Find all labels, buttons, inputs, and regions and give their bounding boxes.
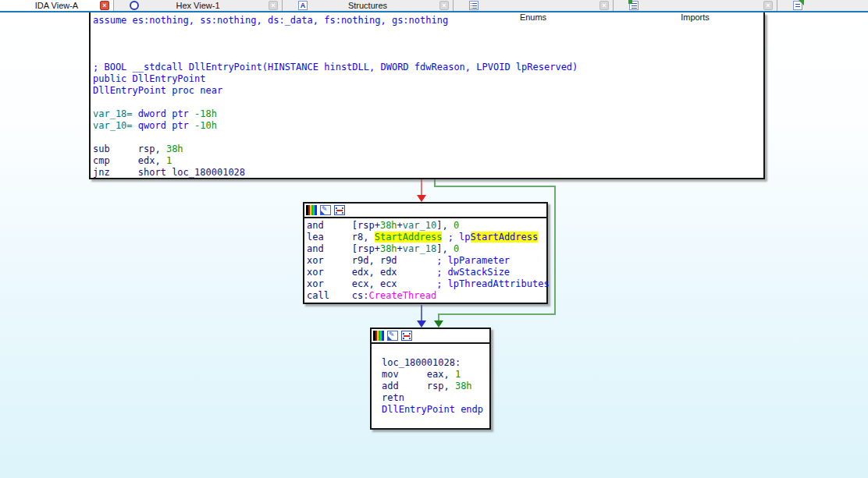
edge-blue-arrowhead: [417, 320, 426, 328]
tab-ida-view-a[interactable]: IDA View-A×: [0, 0, 114, 11]
edge-red-arrowhead: [417, 195, 426, 202]
tab-hex-view-1[interactable]: Hex View-1×: [114, 0, 283, 11]
close-icon[interactable]: ×: [100, 1, 109, 10]
code-line: retn: [382, 392, 489, 404]
code-line: [93, 38, 763, 50]
highlighted-identifier: StartAddress: [375, 232, 443, 243]
edge-green-line: [438, 313, 556, 315]
edge-blue-line: [421, 305, 422, 321]
code-line: xor r9d, r9d ; lpParameter: [307, 255, 546, 267]
code-line: xor edx, edx ; dwStackSize: [307, 267, 546, 278]
node-body: and [rsp+38h+var_10], 0lea r8, StartAddr…: [304, 218, 546, 302]
group-icon[interactable]: [334, 205, 345, 215]
code-line: and [rsp+38h+var_18], 0: [307, 243, 546, 255]
tab-label: Imports: [614, 12, 777, 23]
exports-icon: [793, 1, 802, 10]
code-line: [93, 97, 763, 108]
code-line: [93, 27, 763, 38]
code-line: jnz short loc_180001028: [93, 167, 763, 179]
code-line: and [rsp+38h+var_10], 0: [307, 220, 546, 232]
code-line: sub rsp, 38h: [93, 143, 763, 155]
code-line: var_18= dword ptr -18h: [93, 108, 763, 120]
tab-bar: IDA View-A×Hex View-1×Structures×Enums×I…: [0, 0, 868, 12]
code-line: [93, 50, 763, 62]
graph-node-return[interactable]: loc_180001028:mov eax, 1add rsp, 38hretn…: [370, 328, 491, 430]
structures-icon: [298, 1, 308, 10]
code-line: ; BOOL __stdcall DllEntryPoint(HINSTANCE…: [93, 62, 763, 73]
tab-label: Enums: [454, 12, 613, 23]
edge-green-line: [434, 186, 556, 187]
tab-structures[interactable]: Structures×: [283, 0, 454, 11]
code-line: var_10= qword ptr -10h: [93, 120, 763, 132]
tab-label: Structures: [283, 0, 453, 11]
tab-exports[interactable]: [777, 0, 868, 11]
code-line: DllEntryPoint proc near: [93, 85, 763, 97]
tab-label: Hex View-1: [114, 0, 282, 11]
hex-view-icon: [130, 1, 139, 10]
graph-node-entry[interactable]: assume es:nothing, ss:nothing, ds:_data,…: [89, 12, 765, 179]
graph-node-createthread[interactable]: and [rsp+38h+var_10], 0lea r8, StartAddr…: [303, 202, 548, 304]
palette-icon[interactable]: [373, 331, 384, 341]
edit-icon[interactable]: [387, 331, 398, 341]
code-line: DllEntryPoint endp: [382, 404, 489, 416]
enums-icon: [469, 1, 478, 10]
tab-label: IDA View-A: [0, 0, 113, 11]
edge-green-arrowhead: [434, 320, 443, 328]
node-title-bar: [372, 329, 489, 344]
code-line: [93, 132, 763, 143]
graph-canvas[interactable]: assume es:nothing, ss:nothing, ds:_data,…: [0, 12, 868, 478]
close-icon[interactable]: ×: [269, 1, 278, 10]
code-line: cmp edx, 1: [93, 155, 763, 167]
palette-icon[interactable]: [306, 205, 317, 215]
edge-green-line: [554, 186, 556, 315]
code-line: public DllEntryPoint: [93, 73, 763, 85]
code-line: call cs:CreateThread: [307, 290, 546, 302]
tab-enums[interactable]: Enums×: [454, 0, 614, 11]
close-icon[interactable]: ×: [763, 1, 773, 10]
tab-imports[interactable]: Imports×: [614, 0, 777, 11]
code-line: loc_180001028:: [382, 357, 489, 369]
close-icon[interactable]: ×: [599, 1, 609, 10]
highlighted-identifier: StartAddress: [471, 232, 539, 243]
code-line: [382, 345, 489, 357]
edit-icon[interactable]: [320, 205, 331, 215]
code-line: lea r8, StartAddress ; lpStartAddress: [307, 232, 546, 243]
edge-red-line: [421, 179, 422, 196]
node-title-bar: [304, 204, 546, 218]
tab-label: [777, 12, 868, 23]
imports-icon: [629, 1, 639, 10]
group-icon[interactable]: [401, 331, 412, 341]
node-body: loc_180001028:mov eax, 1add rsp, 38hretn…: [372, 344, 489, 416]
code-line: xor ecx, ecx ; lpThreadAttributes: [307, 278, 546, 290]
code-line: mov eax, 1: [382, 369, 489, 381]
close-icon[interactable]: ×: [439, 1, 449, 10]
node-body: assume es:nothing, ss:nothing, ds:_data,…: [91, 12, 763, 179]
code-line: add rsp, 38h: [382, 381, 489, 392]
